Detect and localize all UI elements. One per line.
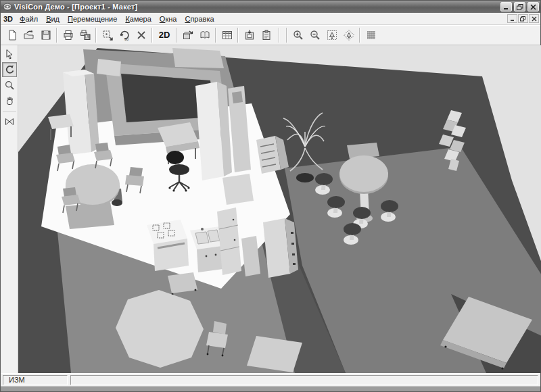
save-button[interactable]	[37, 27, 54, 43]
view-2d-button[interactable]: 2D	[155, 27, 174, 43]
rotate-view-tool-button[interactable]	[2, 62, 17, 77]
title-bar[interactable]: VisiCon Демо - [Проект1 - Макет]	[1, 1, 540, 13]
child-restore-button[interactable]	[518, 14, 528, 23]
new-document-button[interactable]	[3, 27, 20, 43]
window-bottom-edge	[1, 386, 540, 391]
menu-help[interactable]: Справка	[181, 14, 218, 24]
open-button[interactable]	[20, 27, 37, 43]
zoom-in-button[interactable]	[289, 27, 306, 43]
grid-button[interactable]	[362, 27, 379, 43]
window-title: VisiCon Демо - [Проект1 - Макет]	[14, 3, 498, 11]
status-bar: ИЗМ	[1, 373, 540, 386]
toolbar-separator	[286, 28, 287, 43]
toolbar-separator	[215, 28, 216, 43]
3d-scene[interactable]	[18, 45, 541, 373]
toolbar-separator	[176, 28, 177, 43]
restore-button[interactable]	[514, 2, 525, 11]
edit-light-icon	[343, 29, 355, 41]
edit-light-button[interactable]	[340, 27, 357, 43]
snapshot-button[interactable]	[241, 27, 258, 43]
toolbar-separator	[237, 28, 239, 43]
view-2d-label: 2D	[159, 30, 170, 40]
printer-icon	[62, 29, 74, 41]
delete-button[interactable]	[133, 27, 149, 43]
menu-windows[interactable]: Окна	[156, 14, 181, 24]
svg-text:90: 90	[124, 37, 128, 41]
app-window: VisiCon Демо - [Проект1 - Макет] 3D Файл…	[0, 0, 541, 392]
zoom-out-button[interactable]	[306, 27, 323, 43]
save-floppy-icon	[40, 29, 52, 41]
zoom-out-icon	[309, 29, 321, 41]
snapshot-icon	[243, 29, 256, 41]
close-button[interactable]	[527, 2, 539, 11]
minimize-icon	[510, 16, 515, 22]
child-minimize-button[interactable]	[507, 14, 517, 23]
view-tool-palette	[1, 45, 18, 373]
rotate-90-button[interactable]: 90	[116, 27, 133, 43]
toolbar-separator	[151, 28, 153, 43]
add-light-button[interactable]	[323, 27, 340, 43]
menu-view[interactable]: Вид	[42, 14, 64, 24]
materials-book-icon	[199, 29, 211, 41]
status-message-panel	[70, 375, 538, 385]
menu-move[interactable]: Перемещение	[64, 14, 121, 24]
print-button[interactable]	[60, 27, 76, 43]
wall-platform[interactable]	[172, 48, 224, 68]
materials-button[interactable]	[196, 27, 213, 43]
delete-x-icon	[135, 29, 147, 41]
menu-bar: 3D Файл Вид Перемещение Камера Окна Спра…	[1, 13, 540, 25]
table-grid-icon	[221, 29, 233, 41]
catalog-box-icon	[182, 29, 194, 41]
menu-camera[interactable]: Камера	[121, 14, 155, 24]
rotate-arrow-icon	[4, 64, 15, 75]
pan-tool-button[interactable]	[2, 93, 17, 108]
new-document-icon	[6, 29, 18, 41]
zoom-tool-button[interactable]	[2, 78, 17, 93]
clipboard-button[interactable]	[258, 27, 275, 43]
magnifier-icon	[4, 80, 15, 91]
toolbar-separator	[95, 28, 97, 43]
move-object-button[interactable]	[99, 27, 116, 43]
octagon-table[interactable]	[116, 290, 204, 368]
viewport-3d[interactable]	[18, 45, 541, 373]
restore-icon	[520, 16, 526, 22]
close-icon	[532, 16, 537, 22]
cursor-icon	[4, 49, 15, 59]
visicon-logo-icon	[3, 2, 12, 11]
toolbar-separator	[56, 28, 57, 43]
move-object-icon	[101, 29, 114, 41]
tool-separator	[3, 111, 16, 112]
open-folder-icon	[23, 29, 35, 41]
client-area	[1, 45, 540, 373]
minimize-button[interactable]	[500, 2, 512, 11]
camera-fov-icon	[4, 116, 15, 127]
main-toolbar: 90 2D	[1, 25, 540, 45]
mdi-child-icon[interactable]: 3D	[2, 15, 16, 23]
zoom-in-icon	[292, 29, 304, 41]
clipboard-icon	[260, 29, 273, 41]
restore-icon	[517, 4, 523, 10]
pillow-box	[97, 59, 121, 76]
toolbar-band-separator	[279, 28, 280, 43]
grid-icon	[365, 29, 377, 41]
camera-view-tool-button[interactable]	[2, 114, 17, 129]
menu-file[interactable]: Файл	[16, 14, 42, 24]
print-image-button[interactable]	[76, 27, 93, 43]
toolbar-separator	[359, 28, 360, 43]
select-tool-button[interactable]	[2, 47, 17, 62]
printer-image-icon	[79, 29, 91, 41]
close-icon	[530, 4, 536, 10]
rotate-90-icon: 90	[118, 29, 131, 41]
status-mode-panel: ИЗМ	[3, 375, 68, 385]
hand-icon	[4, 95, 15, 106]
minimize-icon	[503, 4, 509, 10]
child-close-button[interactable]	[529, 14, 539, 23]
table-button[interactable]	[218, 27, 235, 43]
add-light-icon	[326, 29, 338, 41]
furniture-catalog-button[interactable]	[179, 27, 196, 43]
